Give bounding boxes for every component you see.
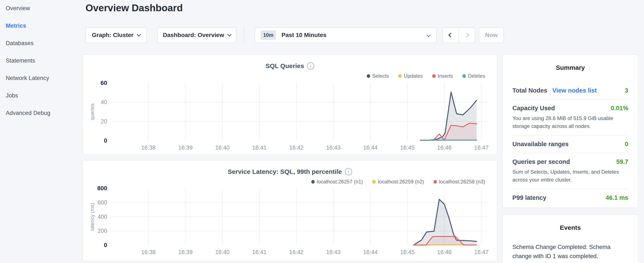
y-tick-label: 600 [98, 199, 107, 206]
capacity-used-label: Capacity Used [512, 105, 555, 112]
sidebar: Overview Metrics Databases Statements Ne… [0, 0, 85, 263]
x-tick-label: 16:41 [252, 249, 266, 255]
x-tick-label: 16:41 [252, 144, 266, 151]
x-tick-label: 16:44 [363, 144, 378, 151]
time-range-selector[interactable]: 10m Past 10 Minutes [255, 27, 437, 43]
events-heading: Events [512, 224, 628, 231]
x-tick-label: 16:44 [363, 249, 378, 255]
capacity-used-value: 0.01% [611, 105, 628, 112]
x-tick-label: 16:42 [289, 144, 304, 151]
unavailable-ranges-value: 0 [625, 141, 628, 148]
y-tick-label: 60 [100, 80, 107, 86]
x-tick-label: 16:43 [326, 249, 340, 255]
graph-node-dropdown[interactable]: Graph: Cluster [86, 27, 147, 43]
events-panel: Events Schema Change Completed: Schema c… [502, 214, 638, 263]
chevron-down-icon [227, 32, 232, 37]
sidebar-item-advanced-debug[interactable]: Advanced Debug [6, 110, 85, 116]
next-range-button[interactable] [459, 28, 475, 43]
y-tick-label: 200 [98, 228, 107, 234]
sidebar-item-metrics[interactable]: Metrics [6, 23, 85, 29]
dashboard-dropdown-label: Dashboard: Overview [163, 32, 224, 39]
sidebar-item-statements[interactable]: Statements [6, 58, 85, 64]
x-tick-label: 16:45 [400, 144, 414, 151]
queries-per-second-subtext: Sum of Selects, Updates, Inserts, and De… [512, 168, 628, 184]
chevron-down-icon [426, 33, 430, 37]
graph-dropdown-label: Graph: Cluster [92, 32, 134, 39]
service-latency-chart[interactable]: 16:3816:3916:4016:4116:4216:4316:4416:45… [83, 160, 498, 262]
chevron-down-icon [137, 32, 141, 37]
service-latency-chart-card: Service Latency: SQL, 99th percentile i … [82, 160, 497, 261]
x-tick-label: 16:47 [474, 144, 488, 151]
x-tick-label: 16:47 [474, 249, 488, 255]
time-range-label: Past 10 Minutes [282, 32, 326, 39]
admin-ui-page: Overview Metrics Databases Statements Ne… [0, 0, 644, 263]
chevron-right-icon [464, 33, 470, 38]
x-tick-label: 16:38 [141, 249, 156, 255]
time-range-badge: 10m [261, 31, 276, 40]
summary-rows: Total Nodes View nodes list 3 Capacity U… [512, 82, 628, 206]
summary-row-total-nodes: Total Nodes View nodes list 3 [512, 82, 628, 100]
x-tick-label: 16:40 [215, 144, 230, 151]
y-tick-label: 0 [104, 137, 107, 144]
summary-row-queries-per-second: Queries per second 59.7 Sum of Selects, … [512, 153, 628, 189]
x-tick-label: 16:46 [437, 144, 452, 151]
y-axis-label: queries [89, 103, 95, 120]
summary-row-unavailable-ranges: Unavailable ranges 0 [512, 136, 628, 153]
total-nodes-label: Total Nodes [512, 87, 547, 94]
toolbar-divider [244, 27, 244, 43]
x-tick-label: 16:39 [178, 144, 193, 151]
sql-queries-chart-card: SQL Queries i SelectsUpdatesInsertsDelet… [82, 54, 497, 155]
y-tick-label: 800 [97, 185, 107, 191]
summary-heading: Summary [512, 64, 628, 71]
x-tick-label: 16:45 [400, 249, 414, 255]
event-item-text[interactable]: Schema Change Completed: Schema change w… [512, 242, 628, 261]
summary-row-p99-latency: P99 latency 46.1 ms [512, 189, 628, 206]
chevron-left-icon [448, 33, 453, 38]
sidebar-item-databases[interactable]: Databases [6, 40, 85, 47]
x-tick-label: 16:42 [289, 249, 304, 255]
x-tick-label: 16:40 [215, 249, 230, 255]
summary-panel: Summary Total Nodes View nodes list 3 Ca… [502, 54, 638, 208]
y-tick-label: 20 [101, 118, 107, 125]
view-nodes-list-link[interactable]: View nodes list [552, 87, 597, 94]
page-title: Overview Dashboard [86, 2, 183, 14]
time-step-control [442, 27, 475, 43]
x-tick-label: 16:46 [437, 249, 452, 255]
queries-per-second-value: 59.7 [616, 158, 628, 165]
y-tick-label: 0 [104, 242, 107, 248]
sidebar-item-network-latency[interactable]: Network Latency [6, 75, 85, 82]
sidebar-item-overview[interactable]: Overview [6, 5, 85, 12]
sidebar-item-jobs[interactable]: Jobs [6, 92, 85, 99]
x-tick-label: 16:43 [326, 144, 340, 151]
capacity-used-subtext: You are using 28.6 MiB of 515.9 GiB usab… [512, 114, 628, 130]
unavailable-ranges-label: Unavailable ranges [512, 141, 568, 148]
x-tick-label: 16:38 [141, 144, 156, 151]
total-nodes-value: 3 [625, 87, 628, 94]
dashboard-dropdown[interactable]: Dashboard: Overview [157, 27, 236, 43]
prev-range-button[interactable] [443, 28, 458, 43]
x-tick-label: 16:39 [178, 249, 193, 255]
p99-latency-value: 46.1 ms [606, 194, 628, 201]
sql-queries-chart[interactable]: 16:3816:3916:4016:4116:4216:4316:4416:45… [83, 55, 498, 155]
y-tick-label: 400 [98, 214, 107, 220]
p99-latency-label: P99 latency [512, 194, 546, 201]
y-axis-label: latency (ms) [89, 203, 95, 231]
queries-per-second-label: Queries per second [512, 158, 570, 165]
now-button[interactable]: Now [479, 27, 504, 43]
y-tick-label: 40 [101, 99, 107, 105]
summary-row-capacity-used: Capacity Used 0.01% You are using 28.6 M… [512, 100, 628, 136]
